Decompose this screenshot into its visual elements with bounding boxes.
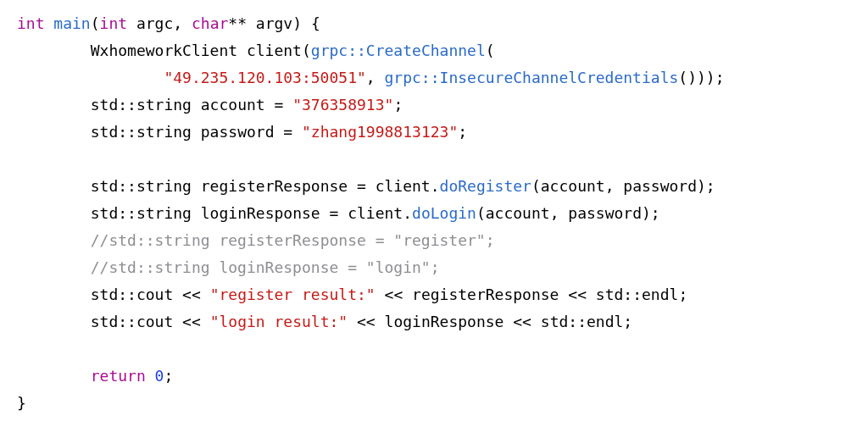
identifier-password: password <box>568 204 642 222</box>
identifier-password: password <box>623 177 697 195</box>
namespace-std: std <box>596 286 624 303</box>
keyword-return: return <box>91 367 146 385</box>
keyword-int: int <box>17 14 45 32</box>
identifier-loginresponse: loginResponse <box>385 313 504 330</box>
identifier-client: client <box>247 42 302 59</box>
method-doregister: doRegister <box>440 177 531 195</box>
namespace-std: std <box>91 313 119 330</box>
string-endpoint: "49.235.120.103:50051" <box>164 69 365 86</box>
identifier-cout: cout <box>136 286 173 303</box>
string-password: "zhang1998813123" <box>302 123 458 141</box>
keyword-int: int <box>100 14 128 32</box>
type-string: string <box>136 204 192 222</box>
type-wxhomeworkclient: WxhomeworkClient <box>91 42 237 59</box>
comment-login: //std::string loginResponse = "login"; <box>91 258 440 276</box>
function-insecurechannelcredentials: InsecureChannelCredentials <box>440 69 679 86</box>
number-zero: 0 <box>155 367 164 385</box>
identifier-cout: cout <box>136 313 173 330</box>
identifier-endl: endl <box>587 313 623 330</box>
namespace-std: std <box>541 313 569 330</box>
identifier-account: account <box>201 96 265 114</box>
keyword-char: char <box>192 14 228 32</box>
identifier-registerresponse: registerResponse <box>412 286 559 303</box>
namespace-grpc: grpc <box>385 69 421 86</box>
namespace-std: std <box>91 123 119 141</box>
identifier-account: account <box>486 204 550 222</box>
type-string: string <box>136 96 192 114</box>
identifier-client: client <box>348 204 403 222</box>
namespace-grpc: grpc <box>311 42 348 59</box>
type-string: string <box>136 177 192 195</box>
string-account: "376358913" <box>292 96 393 114</box>
identifier-registerresponse: registerResponse <box>201 177 348 195</box>
string-login-result: "login result:" <box>210 313 348 330</box>
identifier-argc: argc <box>136 14 173 32</box>
namespace-std: std <box>91 204 119 222</box>
identifier-password: password <box>201 123 275 141</box>
comment-register: //std::string registerResponse = "regist… <box>91 231 495 249</box>
identifier-loginresponse: loginResponse <box>201 204 320 222</box>
method-dologin: doLogin <box>412 204 476 222</box>
identifier-endl: endl <box>642 286 678 303</box>
string-register-result: "register result:" <box>210 286 376 303</box>
namespace-std: std <box>91 286 119 303</box>
function-main: main <box>53 14 90 32</box>
namespace-std: std <box>91 177 119 195</box>
code-block: int main(int argc, char** argv) { Wxhome… <box>0 0 868 427</box>
type-string: string <box>136 123 192 141</box>
function-createchannel: CreateChannel <box>366 42 486 59</box>
namespace-std: std <box>91 96 119 114</box>
identifier-argv: argv <box>256 14 292 32</box>
identifier-client: client <box>376 177 431 195</box>
identifier-account: account <box>541 177 605 195</box>
